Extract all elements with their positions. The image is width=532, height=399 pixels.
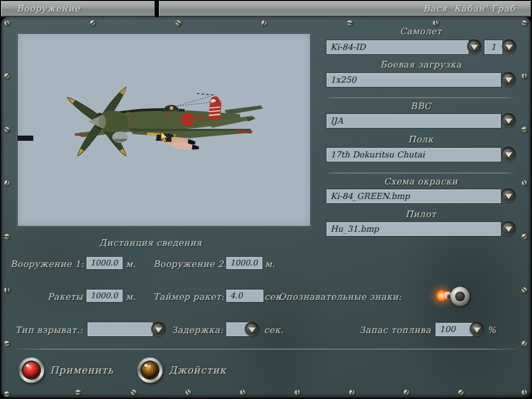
separator bbox=[326, 97, 514, 98]
convergence-title: Дистанция сведения bbox=[73, 237, 229, 248]
screw-icon bbox=[522, 234, 527, 240]
paint-scheme-section-label: Схема окраски bbox=[326, 176, 515, 187]
regiment-dropdown-button[interactable] bbox=[501, 147, 515, 161]
chevron-down-icon bbox=[248, 327, 256, 332]
aircraft-dropdown-button[interactable] bbox=[467, 39, 481, 54]
fuel-label: Запас топлива bbox=[360, 325, 431, 335]
screw-icon bbox=[522, 287, 527, 293]
chevron-down-icon bbox=[155, 327, 162, 332]
airforce-combobox[interactable]: IJA bbox=[326, 114, 501, 128]
aircraft-section-label: Самолет bbox=[326, 26, 515, 36]
rocket-timer-label: Таймер ракет: bbox=[153, 291, 223, 302]
screw-icon bbox=[4, 287, 10, 293]
airforce-dropdown-button[interactable] bbox=[501, 113, 515, 127]
airforce-section-label: ВВС bbox=[326, 101, 515, 111]
screw-icon bbox=[131, 390, 137, 395]
loadout-combobox[interactable]: 1x250 bbox=[326, 73, 501, 87]
aircraft-count-dropdown-button[interactable] bbox=[502, 39, 516, 54]
screw-icon bbox=[295, 390, 300, 395]
separator bbox=[17, 349, 515, 350]
rockets-input[interactable]: 1000.0 bbox=[86, 289, 123, 302]
chevron-down-icon bbox=[505, 227, 512, 232]
chevron-down-icon bbox=[505, 194, 512, 199]
screw-icon bbox=[458, 390, 464, 395]
screw-icon bbox=[4, 127, 10, 132]
delay-unit: сек. bbox=[264, 325, 284, 335]
specular-highlight-icon bbox=[144, 364, 148, 367]
separator bbox=[326, 172, 514, 174]
regiment-combobox[interactable]: 17th Dokuritsu Chutai bbox=[326, 148, 501, 162]
chevron-down-icon bbox=[471, 45, 478, 50]
apply-button-label[interactable]: Применить bbox=[50, 364, 114, 376]
screw-icon bbox=[522, 20, 527, 26]
screw-icon bbox=[522, 127, 527, 132]
screw-icon bbox=[176, 20, 181, 26]
screw-icon bbox=[75, 390, 81, 395]
loadout-dropdown-button[interactable] bbox=[501, 72, 515, 86]
chevron-down-icon bbox=[505, 77, 512, 83]
chevron-down-icon bbox=[505, 118, 512, 124]
screw-icon bbox=[522, 180, 527, 186]
fuel-unit: % bbox=[487, 325, 496, 335]
weapon1-input[interactable]: 1000.0 bbox=[86, 257, 123, 269]
weapon1-unit: м. bbox=[126, 259, 136, 269]
chevron-down-icon bbox=[506, 45, 513, 50]
rockets-label: Ракеты bbox=[10, 291, 83, 302]
aircraft-render bbox=[18, 34, 309, 225]
specular-highlight-icon bbox=[26, 364, 29, 367]
regiment-section-label: Полк bbox=[326, 134, 515, 144]
screw-icon bbox=[4, 391, 10, 397]
weapon2-unit: м. bbox=[265, 259, 275, 269]
weapon1-label: Вооружение 1: bbox=[10, 259, 83, 269]
screw-icon bbox=[433, 20, 438, 26]
paint-scheme-dropdown-button[interactable] bbox=[501, 189, 515, 203]
fuze-type-combobox[interactable] bbox=[87, 322, 153, 336]
fuel-dropdown-button[interactable] bbox=[470, 322, 484, 336]
fuel-input[interactable]: 100 bbox=[435, 323, 473, 336]
fuze-type-label: Тип взрыват.: bbox=[10, 325, 83, 335]
apply-button[interactable] bbox=[19, 357, 44, 383]
screw-icon bbox=[4, 73, 10, 79]
markings-toggle-switch[interactable] bbox=[436, 286, 471, 308]
screw-icon bbox=[4, 341, 10, 347]
screw-icon bbox=[522, 390, 527, 395]
specular-highlight-icon bbox=[149, 365, 151, 367]
screw-icon bbox=[261, 20, 267, 26]
aircraft-preview[interactable] bbox=[17, 33, 311, 227]
screw-icon bbox=[185, 390, 191, 395]
weapon2-input[interactable]: 1000.0 bbox=[226, 257, 262, 269]
screw-icon bbox=[4, 180, 10, 186]
screw-icon bbox=[4, 20, 10, 26]
tab-pilot-name[interactable]: Вася 'Кабан' Граб bbox=[159, 1, 531, 17]
screw-icon bbox=[349, 390, 355, 395]
weapon2-label: Вооружение 2: bbox=[153, 259, 223, 269]
screw-icon bbox=[522, 341, 527, 347]
aircraft-count-field[interactable]: 1 bbox=[484, 40, 502, 54]
pilot-skin-dropdown-button[interactable] bbox=[501, 221, 515, 235]
screw-icon bbox=[4, 234, 10, 240]
delay-label: Задержка: bbox=[171, 325, 223, 335]
joystick-button[interactable] bbox=[137, 357, 163, 383]
screw-icon bbox=[240, 390, 246, 395]
aircraft-combobox[interactable]: Ki-84-ID bbox=[326, 40, 469, 54]
tab-armament-label: Вооружение bbox=[17, 3, 80, 14]
markings-label: Опознавательные знаки: bbox=[278, 291, 402, 302]
chevron-down-icon bbox=[473, 327, 481, 332]
rocket-timer-input[interactable]: 4.0 bbox=[226, 289, 263, 302]
pilot-name-label: Вася 'Кабан' Граб bbox=[423, 3, 515, 14]
loadout-section-label: Боевая загрузка bbox=[326, 59, 515, 70]
screw-icon bbox=[347, 20, 353, 26]
screw-icon bbox=[90, 20, 96, 26]
paint-scheme-combobox[interactable]: Ki-84_GREEN.bmp bbox=[326, 189, 501, 203]
chevron-down-icon bbox=[505, 152, 512, 157]
tab-armament[interactable]: Вооружение bbox=[1, 1, 155, 17]
pilot-skin-combobox[interactable]: Hu_31.bmp bbox=[326, 222, 501, 236]
delay-dropdown-button[interactable] bbox=[245, 322, 259, 336]
screw-icon bbox=[522, 73, 527, 79]
screw-icon bbox=[404, 390, 409, 395]
armament-screen: Вооружение Вася 'Кабан' Граб bbox=[0, 0, 532, 399]
toggle-nut-hole-icon bbox=[455, 291, 465, 301]
rockets-unit: м. bbox=[126, 291, 136, 302]
joystick-button-label[interactable]: Джойстик bbox=[169, 364, 227, 376]
fuze-type-dropdown-button[interactable] bbox=[151, 322, 165, 336]
